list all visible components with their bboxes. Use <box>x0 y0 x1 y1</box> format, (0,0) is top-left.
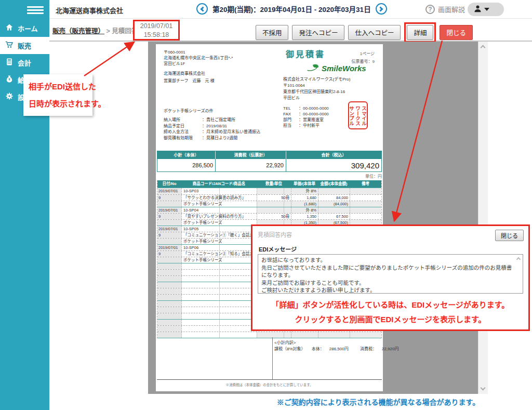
table-cell: 9 <box>157 195 181 201</box>
table-cell <box>181 301 257 307</box>
calculator-icon <box>5 58 14 68</box>
fiscal-period-selector: 第20期(当期)：2019年04月01日 - 2020年03月31日 <box>196 3 387 15</box>
viewer-scrollbar[interactable] <box>478 42 488 394</box>
fiscal-period-label: 第20期(当期)：2019年04月01日 - 2020年03月31日 <box>212 4 371 14</box>
issuer-building: 平田ビル <box>283 95 350 101</box>
svg-text:¥: ¥ <box>8 77 10 81</box>
table-cell <box>318 207 350 213</box>
terms-block: 納入場所：貴社ご指定場所 納品予定日：2019/08/31 締め入金方法：月末締… <box>164 117 260 141</box>
total-value: 309,420 <box>286 159 381 171</box>
table-cell <box>257 207 291 213</box>
user-menu[interactable] <box>468 3 504 16</box>
app-window: ホーム 販売 会計 ¥ 給与 <box>0 0 532 410</box>
totals-value-row: 286,500 22,920 309,420 <box>157 159 381 171</box>
table-cell <box>181 263 257 269</box>
sample-stamp: スマイル ワークス サンプル <box>348 101 368 129</box>
top-bar: 北海運送商事株式会社 第20期(当期)：2019年04月01日 - 2020年0… <box>49 0 532 19</box>
table-cell <box>157 313 181 319</box>
edi-sent-date: 2019/07/01 <box>135 22 178 31</box>
table-cell <box>157 307 181 313</box>
reject-button[interactable]: 不採用 <box>256 25 289 40</box>
term-row: 締め入金方法：月末締め翌月末払い普通振込 <box>164 129 260 135</box>
table-cell <box>157 288 181 294</box>
detail-button[interactable]: 詳細 <box>407 25 433 40</box>
leaf-icon <box>307 63 320 73</box>
term-row: 御見積有効期限：見積日より2週間 <box>164 135 260 141</box>
scroll-down-icon[interactable] <box>481 386 486 391</box>
table-cell: 10-SP05 <box>181 226 257 232</box>
table-cell <box>157 201 181 207</box>
close-button[interactable]: 閉じる <box>440 25 473 40</box>
recipient-company: 北海運送商事株式会社 <box>164 71 233 76</box>
table-cell: 外 8% <box>291 207 318 213</box>
table-cell <box>350 195 381 201</box>
term-row: 納入場所：貴社ご指定場所 <box>164 117 260 123</box>
table-row: 9「見やすいプレゼン資料の作り方」50冊1,35067,500 <box>157 213 381 219</box>
chevron-left-icon <box>201 6 206 11</box>
table-row <box>157 332 381 338</box>
previous-period-button[interactable] <box>196 3 208 15</box>
table-row: 2019/07/0110-SP03外 8% <box>157 188 381 194</box>
annotation-arrow-timestamp <box>84 42 134 76</box>
table-cell: ポケット手帳シリーズ <box>181 201 257 207</box>
recipient-address2: 宮田ビル1F <box>164 61 233 67</box>
subtotal-divider <box>272 337 273 379</box>
table-cell <box>157 282 181 288</box>
timestamp-annotation: 相手がEDI送信した 日時が表示されます。 <box>23 74 92 116</box>
edi-sent-timestamp: 2019/07/01 15:58:18 <box>133 20 180 41</box>
table-cell <box>157 263 181 269</box>
subtotal-breakdown-line: 課税（8%対象） 本体：286,500円 消費税：22,920円 <box>274 346 409 351</box>
issuer-zip: 〒101-0064 <box>283 83 350 89</box>
table-cell: 84,000 <box>318 195 350 201</box>
breadcrumb-sales-link[interactable]: 販売（販売管理） <box>52 28 104 35</box>
items-header-row: 日付/No 商品コード/JANコード/商品名 数量/単位 単価/(本体単価) 金… <box>157 180 381 188</box>
recipient-address1: 北海道札幌市中央区北一条西1丁目*-* <box>164 55 233 61</box>
unit-label: 単位：円 <box>157 173 382 179</box>
screen-help-button[interactable]: ? 画面解説 <box>425 4 465 14</box>
subtotal-value: 286,500 <box>157 159 216 171</box>
copy-to-purchase-button[interactable]: 仕入へコピー <box>348 25 401 40</box>
sidebar-item-accounting[interactable]: 会計 <box>0 54 49 71</box>
table-cell <box>257 201 291 207</box>
edi-message-textarea[interactable]: お世話になっております。 先日ご訪問させていただきました際にご要望がありましたポ… <box>258 254 523 294</box>
table-cell <box>157 320 181 325</box>
table-cell <box>350 207 381 213</box>
table-cell <box>291 332 318 338</box>
dialog-breadcrumb: 見積回答内容 <box>258 230 292 239</box>
table-cell <box>257 188 291 194</box>
table-cell <box>181 332 257 338</box>
question-icon: ? <box>425 5 435 14</box>
issuer-contact-block: TEL：00-0000-0000 FAX：00-0000-0000 部門：営業推… <box>283 105 329 128</box>
table-cell <box>157 257 181 263</box>
table-cell <box>181 270 257 275</box>
tax-footnote: ※消費税は（本体金額）の合計をもとに計算しています。 <box>156 382 383 387</box>
hamburger-menu-icon[interactable] <box>27 5 44 15</box>
detail-annotation: 「詳細」ボタンが活性化している時は、EDIメッセージがあります。 クリックすると… <box>252 298 528 327</box>
issuer-block: 株式会社スマイルワークス(デモPro) 〒101-0064 東京都千代田区神田猿… <box>283 76 350 101</box>
table-cell <box>318 332 350 338</box>
sidebar-item-sales[interactable]: 販売 <box>0 37 49 54</box>
table-cell <box>157 332 181 338</box>
table-cell <box>350 214 381 219</box>
document-viewer: 〒060-0001 北海道札幌市中央区北一条西1丁目*-* 宮田ビル1F 北海運… <box>148 42 478 394</box>
table-cell: 9 <box>157 251 181 257</box>
next-period-button[interactable] <box>376 3 387 15</box>
table-cell <box>157 301 181 307</box>
table-cell: 9 <box>157 214 181 219</box>
table-cell: 「サクッとわかる決算書の読み方」 <box>181 195 257 201</box>
contact-row: FAX：00-0000-0000 <box>283 111 329 117</box>
table-cell <box>157 239 181 244</box>
table-cell: 9 <box>157 232 181 238</box>
scroll-up-icon[interactable] <box>481 45 486 50</box>
sidebar-item-label: 会計 <box>18 58 31 68</box>
dialog-close-button[interactable]: 閉じる <box>495 230 524 241</box>
chevron-down-icon <box>484 8 489 11</box>
table-cell: 10-SP04 <box>181 207 257 213</box>
table-cell: ポケット手帳シリーズ <box>181 239 257 244</box>
table-cell <box>318 188 350 194</box>
sidebar-item-home[interactable]: ホーム <box>0 20 49 37</box>
copy-to-order-button[interactable]: 発注へコピー <box>292 25 344 40</box>
contact-row: 担当：中村新平 <box>283 123 329 128</box>
table-cell: 2019/07/01 <box>157 226 181 232</box>
table-cell <box>350 201 381 207</box>
